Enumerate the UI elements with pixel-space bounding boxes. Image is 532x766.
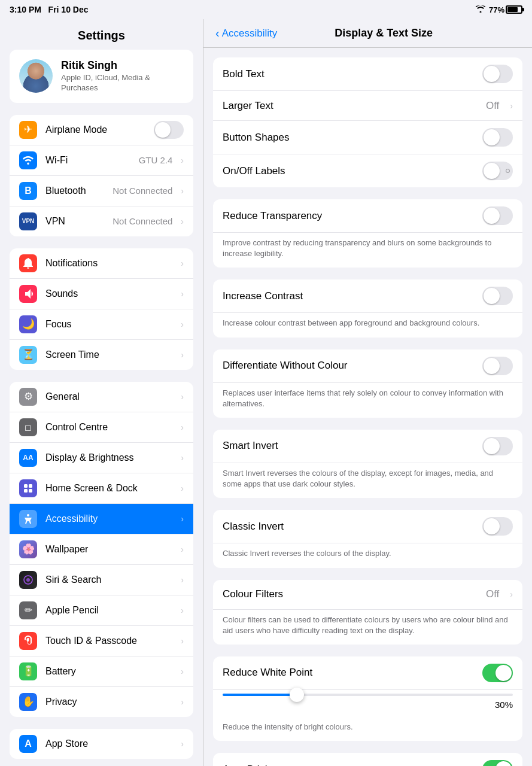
sounds-label: Sounds xyxy=(45,288,172,299)
sidebar-item-display-brightness[interactable]: AA Display & Brightness › xyxy=(10,443,193,473)
sidebar-item-touch-id[interactable]: Touch ID & Passcode › xyxy=(10,626,193,656)
reduce-white-point-toggle[interactable] xyxy=(482,664,513,682)
sidebar-item-wallpaper[interactable]: 🌸 Wallpaper › xyxy=(10,534,193,565)
bluetooth-chevron: › xyxy=(181,186,184,196)
accessibility-chevron: › xyxy=(181,514,184,524)
battery-settings-icon: 🔋 xyxy=(19,662,37,680)
white-point-slider-thumb[interactable] xyxy=(290,688,304,702)
status-time-date: 3:10 PM Fri 10 Dec xyxy=(10,5,89,14)
colour-filters-value: Off xyxy=(486,588,499,600)
control-centre-chevron: › xyxy=(181,422,184,432)
sidebar-item-accessibility[interactable]: Accessibility › xyxy=(10,504,193,534)
differentiate-colour-row: Differentiate Without Colour xyxy=(213,349,522,383)
battery-display: 77% xyxy=(489,5,522,14)
sidebar-title: Settings xyxy=(0,19,203,50)
sidebar-item-control-centre[interactable]: ◻ Control Centre › xyxy=(10,412,193,443)
home-screen-icon xyxy=(19,479,37,497)
larger-text-label: Larger Text xyxy=(223,100,479,112)
sidebar-item-apple-pencil[interactable]: ✏ Apple Pencil › xyxy=(10,595,193,626)
larger-text-row[interactable]: Larger Text Off › xyxy=(213,91,522,121)
touch-id-icon xyxy=(19,632,37,650)
classic-invert-toggle[interactable] xyxy=(482,517,513,536)
auto-brightness-row: Auto-Brightness xyxy=(213,753,522,766)
sidebar-item-notifications[interactable]: Notifications › xyxy=(10,248,193,279)
privacy-chevron: › xyxy=(181,697,184,707)
back-label: Accessibility xyxy=(222,28,278,39)
reduce-transparency-toggle[interactable] xyxy=(482,206,513,225)
increase-contrast-group: Increase Contrast Increase colour contra… xyxy=(213,279,522,337)
wallpaper-chevron: › xyxy=(181,545,184,554)
sidebar-item-battery[interactable]: 🔋 Battery › xyxy=(10,656,193,687)
smart-invert-toggle[interactable] xyxy=(482,437,513,455)
accessibility-label: Accessibility xyxy=(45,513,172,524)
colour-filters-label: Colour Filters xyxy=(223,588,479,600)
sidebar-item-sounds[interactable]: Sounds › xyxy=(10,279,193,309)
colour-filters-chevron: › xyxy=(510,589,513,599)
notifications-group: Notifications › Sounds › 🌙 Focus › ⏳ Scr… xyxy=(10,248,193,370)
back-chevron-icon: ‹ xyxy=(215,26,220,40)
sidebar-item-airplane-mode[interactable]: ✈ Airplane Mode xyxy=(10,115,193,145)
classic-invert-desc: Classic Invert reverses the colours of t… xyxy=(213,543,522,567)
bold-text-toggle[interactable] xyxy=(482,65,513,83)
larger-text-chevron: › xyxy=(510,101,513,111)
white-point-slider-container: 30% xyxy=(213,690,522,717)
wifi-label: Wi-Fi xyxy=(45,155,130,166)
sidebar-item-general[interactable]: ⚙ General › xyxy=(10,382,193,412)
focus-label: Focus xyxy=(45,319,172,330)
button-shapes-toggle[interactable] xyxy=(482,128,513,147)
display-brightness-icon: AA xyxy=(19,449,37,467)
smart-invert-row: Smart Invert xyxy=(213,430,522,463)
siri-chevron: › xyxy=(181,575,184,585)
auto-brightness-toggle[interactable] xyxy=(482,760,513,766)
sidebar-item-vpn[interactable]: VPN VPN Not Connected › xyxy=(10,206,193,236)
back-button[interactable]: ‹ Accessibility xyxy=(215,26,277,40)
airplane-mode-toggle[interactable] xyxy=(154,121,184,139)
control-centre-icon: ◻ xyxy=(19,418,37,436)
home-screen-label: Home Screen & Dock xyxy=(45,483,172,494)
app-store-icon: A xyxy=(19,735,37,753)
display-brightness-label: Display & Brightness xyxy=(45,452,172,463)
sidebar-item-home-screen[interactable]: Home Screen & Dock › xyxy=(10,473,193,504)
sidebar-item-siri-search[interactable]: Siri & Search › xyxy=(10,565,193,595)
content-body: Bold Text Larger Text Off › Button Shape… xyxy=(203,48,532,766)
white-point-slider-fill xyxy=(223,694,295,696)
bluetooth-icon: B xyxy=(19,182,37,200)
bluetooth-label: Bluetooth xyxy=(45,186,104,196)
accessibility-icon xyxy=(19,510,37,528)
sidebar-item-screen-time[interactable]: ⏳ Screen Time › xyxy=(10,340,193,370)
wallpaper-icon: 🌸 xyxy=(19,540,37,558)
apple-pencil-label: Apple Pencil xyxy=(45,605,172,616)
increase-contrast-label: Increase Contrast xyxy=(223,290,475,302)
button-shapes-row: Button Shapes xyxy=(213,121,522,154)
wifi-icon xyxy=(476,5,485,14)
reduce-white-point-desc: Reduce the intensity of bright colours. xyxy=(213,717,522,741)
airplane-mode-icon: ✈ xyxy=(19,121,37,139)
white-point-slider-value: 30% xyxy=(223,698,513,710)
profile-card[interactable]: Ritik Singh Apple ID, iCloud, Media & Pu… xyxy=(10,50,193,103)
sidebar-item-wifi[interactable]: Wi-Fi GTU 2.4 › xyxy=(10,145,193,176)
sidebar-item-privacy[interactable]: ✋ Privacy › xyxy=(10,687,193,717)
colour-filters-row[interactable]: Colour Filters Off › xyxy=(213,580,522,610)
notifications-label: Notifications xyxy=(45,258,172,269)
touch-id-label: Touch ID & Passcode xyxy=(45,636,172,646)
sidebar-item-focus[interactable]: 🌙 Focus › xyxy=(10,309,193,340)
differentiate-colour-label: Differentiate Without Colour xyxy=(223,360,475,372)
increase-contrast-toggle[interactable] xyxy=(482,287,513,305)
onoff-labels-toggle[interactable] xyxy=(482,162,513,180)
sidebar-item-bluetooth[interactable]: B Bluetooth Not Connected › xyxy=(10,176,193,206)
smart-invert-desc: Smart Invert reverses the colours of the… xyxy=(213,463,522,498)
connectivity-group: ✈ Airplane Mode Wi-Fi GTU 2.4 › B Blueto… xyxy=(10,115,193,236)
svg-point-6 xyxy=(26,578,30,582)
svg-rect-1 xyxy=(29,484,32,488)
larger-text-value: Off xyxy=(486,100,499,112)
airplane-mode-label: Airplane Mode xyxy=(45,124,145,135)
profile-name: Ritik Singh xyxy=(61,59,184,72)
differentiate-colour-toggle[interactable] xyxy=(482,357,513,375)
sidebar-item-app-store[interactable]: A App Store › xyxy=(10,729,193,759)
apple-pencil-chevron: › xyxy=(181,606,184,615)
general-chevron: › xyxy=(181,392,184,402)
app-store-chevron: › xyxy=(181,739,184,749)
content-panel: ‹ Accessibility Display & Text Size Bold… xyxy=(203,19,532,766)
smart-invert-label: Smart Invert xyxy=(223,440,475,452)
status-bar: 3:10 PM Fri 10 Dec 77% xyxy=(0,0,532,19)
